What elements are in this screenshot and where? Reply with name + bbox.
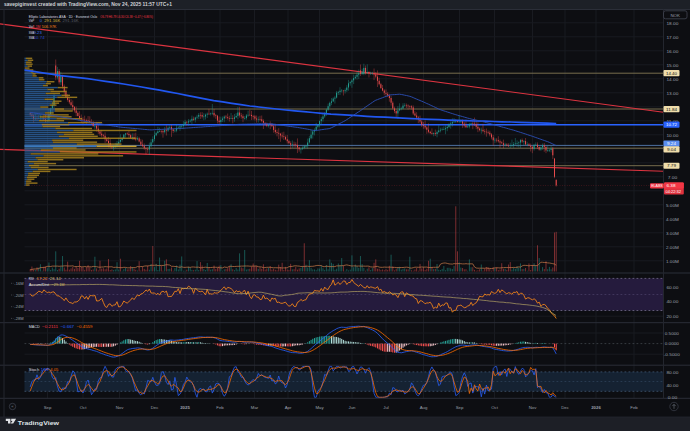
svg-text:0.0000: 0.0000 bbox=[665, 341, 680, 346]
svg-text:−0.4559: −0.4559 bbox=[77, 324, 94, 329]
svg-text:Jul: Jul bbox=[383, 405, 389, 410]
svg-text:14.00: 14.00 bbox=[666, 77, 678, 82]
svg-text:7.79: 7.79 bbox=[667, 163, 677, 168]
svg-text:Feb: Feb bbox=[216, 405, 224, 410]
svg-text:10.00: 10.00 bbox=[666, 133, 678, 138]
svg-text:2026: 2026 bbox=[591, 405, 601, 410]
svg-text:4.05: 4.05 bbox=[50, 367, 59, 372]
svg-text:Accum/Dist: Accum/Dist bbox=[29, 282, 50, 287]
svg-text:60.00: 60.00 bbox=[666, 285, 678, 290]
svg-text:9.23: 9.23 bbox=[34, 30, 43, 35]
svg-text:20.00: 20.00 bbox=[666, 314, 678, 319]
svg-text:-20M: -20M bbox=[14, 293, 24, 298]
svg-text:0.5000: 0.5000 bbox=[665, 331, 680, 336]
svg-text:Dec: Dec bbox=[151, 405, 159, 410]
svg-text:ELABS: ELABS bbox=[651, 184, 663, 188]
svg-text:1.1M: 1.1M bbox=[33, 24, 41, 29]
svg-text:Sep: Sep bbox=[44, 405, 52, 410]
svg-text:NOK: NOK bbox=[670, 13, 680, 18]
svg-text:MACD: MACD bbox=[29, 324, 40, 329]
svg-text:Aug: Aug bbox=[420, 405, 428, 410]
svg-text:5.00M: 5.00M bbox=[666, 203, 679, 208]
svg-text:Apr: Apr bbox=[285, 405, 292, 410]
svg-text:−0.2111: −0.2111 bbox=[42, 324, 59, 329]
svg-text:Jun: Jun bbox=[349, 405, 357, 410]
svg-text:3.00M: 3.00M bbox=[666, 231, 679, 236]
svg-text:Stoch: Stoch bbox=[29, 367, 40, 372]
svg-text:7.00: 7.00 bbox=[668, 175, 678, 180]
svg-text:9.24: 9.24 bbox=[667, 141, 677, 146]
svg-text:2.00M: 2.00M bbox=[666, 245, 679, 250]
svg-text:13.00: 13.00 bbox=[666, 91, 678, 96]
svg-text:TradingView: TradingView bbox=[18, 420, 60, 426]
svg-text:-28M: -28M bbox=[14, 316, 24, 321]
svg-text:506.97K: 506.97K bbox=[42, 24, 57, 29]
svg-text:2025: 2025 bbox=[180, 405, 190, 410]
svg-text:40.00: 40.00 bbox=[666, 383, 678, 388]
svg-text:Sep: Sep bbox=[456, 405, 464, 410]
svg-text:18.00: 18.00 bbox=[666, 21, 678, 26]
svg-text:16.00: 16.00 bbox=[666, 49, 678, 54]
svg-text:Oct: Oct bbox=[80, 405, 87, 410]
svg-text:Oct: Oct bbox=[491, 405, 498, 410]
svg-text:1.18: 1.18 bbox=[41, 367, 50, 372]
svg-text:10.72: 10.72 bbox=[666, 122, 678, 127]
svg-text:Nov: Nov bbox=[529, 405, 537, 410]
svg-text:6.38: 6.38 bbox=[667, 183, 677, 188]
svg-text:0.00: 0.00 bbox=[668, 395, 678, 400]
svg-text:Dec: Dec bbox=[561, 405, 569, 410]
svg-text:−0.667: −0.667 bbox=[61, 324, 75, 329]
svg-text:17.00: 17.00 bbox=[666, 35, 678, 40]
svg-text:-24M: -24M bbox=[14, 304, 24, 309]
svg-text:291.16K: 291.16K bbox=[63, 18, 80, 23]
svg-text:9.04: 9.04 bbox=[667, 147, 677, 152]
svg-text:1.00M: 1.00M bbox=[666, 259, 679, 264]
svg-text:−29.1M: −29.1M bbox=[52, 282, 65, 287]
svg-text:VbP: VbP bbox=[29, 18, 35, 23]
svg-text:17.22: 17.22 bbox=[37, 276, 49, 281]
svg-text:80.00: 80.00 bbox=[666, 370, 678, 375]
svg-text:-0.5000: -0.5000 bbox=[664, 352, 681, 357]
svg-text:4.00M: 4.00M bbox=[666, 217, 679, 222]
svg-text:May: May bbox=[315, 405, 324, 410]
svg-text:Nov: Nov bbox=[116, 405, 124, 410]
svg-text:291.16K: 291.16K bbox=[44, 18, 61, 23]
svg-text:Feb: Feb bbox=[630, 405, 638, 410]
svg-text:40.00: 40.00 bbox=[666, 299, 678, 304]
svg-text:14.40: 14.40 bbox=[666, 71, 678, 76]
svg-text:10.74: 10.74 bbox=[34, 35, 46, 40]
svg-text:savepiginvest created with Tra: savepiginvest created with TradingView.c… bbox=[4, 2, 173, 7]
svg-text:15.00: 15.00 bbox=[666, 63, 678, 68]
svg-text:26.14: 26.14 bbox=[50, 276, 62, 281]
svg-text:11.84: 11.84 bbox=[666, 107, 678, 112]
svg-text:04:22:32: 04:22:32 bbox=[666, 189, 682, 194]
svg-text:RSI: RSI bbox=[29, 276, 34, 281]
svg-text:O6.79 H6.79 L6.30 C6.38 −0.47: O6.79 H6.79 L6.30 C6.38 −0.47 (−6.86%) bbox=[100, 14, 153, 19]
svg-text:Mar: Mar bbox=[251, 405, 259, 410]
svg-text:-16M: -16M bbox=[14, 281, 24, 286]
